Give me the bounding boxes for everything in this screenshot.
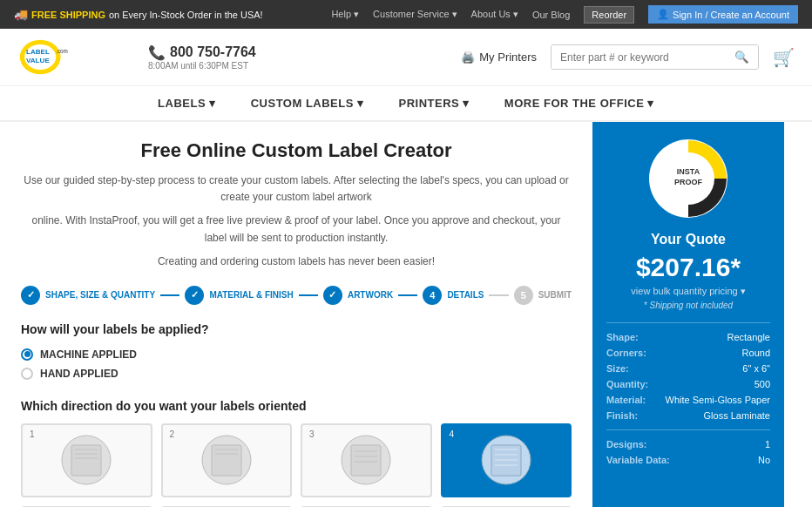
- hand-applied-radio[interactable]: [21, 368, 33, 380]
- variable-data-label: Variable Data:: [606, 455, 670, 465]
- material-label: Material:: [606, 395, 646, 405]
- orientation-item-1[interactable]: 1: [21, 423, 152, 497]
- finish-value: Gloss Laminate: [704, 410, 770, 421]
- phone-area: 📞 800 750-7764 8:00AM until 6:30PM EST: [148, 44, 256, 71]
- size-label: Size:: [606, 363, 629, 374]
- orientation-section: Which direction do you want your labels …: [21, 399, 572, 507]
- svg-text:VALUE: VALUE: [26, 57, 50, 64]
- signin-button[interactable]: 👤 Sign In / Create an Account: [648, 5, 798, 24]
- instaproof-svg: INSTA PROOF: [649, 139, 727, 218]
- roll-svg-4: [476, 432, 537, 489]
- phone-number[interactable]: 📞 800 750-7764: [148, 44, 256, 61]
- step-3-circle: ✓: [323, 286, 342, 305]
- quote-variable-data: Variable Data: No: [606, 455, 770, 465]
- roll-svg-1: [56, 432, 117, 489]
- nav-custom-labels[interactable]: CUSTOM LABELS ▾: [251, 97, 364, 110]
- top-bar-right: Help ▾ Customer Service ▾ About Us ▾ Our…: [331, 5, 798, 24]
- step-4-label: DETAILS: [447, 290, 484, 300]
- step-1[interactable]: ✓ SHAPE, SIZE & QUANTITY: [21, 286, 155, 305]
- steps-bar: ✓ SHAPE, SIZE & QUANTITY ✓ MATERIAL & FI…: [21, 286, 572, 305]
- about-us-link[interactable]: About Us ▾: [471, 9, 518, 20]
- orientation-num-3: 3: [309, 429, 315, 439]
- quote-quantity: Quantity: 500: [606, 379, 770, 389]
- step-2-label: MATERIAL & FINISH: [209, 290, 293, 300]
- shape-value: Rectangle: [727, 332, 770, 342]
- cart-icon[interactable]: 🛒: [773, 47, 795, 68]
- user-icon: 👤: [657, 9, 669, 20]
- quote-sidebar: INSTA PROOF Your Quote $207.16* view bul…: [592, 122, 784, 507]
- step-5-label: SUBMIT: [538, 290, 572, 300]
- my-printers-link[interactable]: 🖨️ My Printers: [461, 51, 537, 64]
- search-button[interactable]: 🔍: [726, 45, 758, 69]
- quote-divider-1: [606, 322, 770, 323]
- shipping-note: * Shipping not included: [606, 301, 770, 310]
- hand-applied-option[interactable]: HAND APPLIED: [21, 368, 572, 380]
- orientation-num-1: 1: [30, 429, 35, 439]
- quote-title: Your Quote: [606, 232, 770, 247]
- phone-hours: 8:00AM until 6:30PM EST: [148, 61, 256, 71]
- blog-link[interactable]: Our Blog: [532, 10, 570, 20]
- orientation-item-2[interactable]: 2: [161, 423, 293, 497]
- logo-area[interactable]: LABEL VALUE .com: [17, 37, 113, 77]
- help-link[interactable]: Help ▾: [331, 9, 359, 20]
- variable-data-value: No: [758, 455, 770, 465]
- free-shipping-label: FREE SHIPPING: [31, 10, 105, 20]
- shipping-notice: 🚚 FREE SHIPPING on Every In-Stock Order …: [14, 8, 263, 21]
- machine-applied-radio[interactable]: [21, 348, 33, 361]
- shipping-suffix: on Every In-Stock Order in the USA!: [109, 10, 263, 20]
- nav-more-office[interactable]: MORE FOR THE OFFICE ▾: [504, 97, 654, 110]
- finish-label: Finish:: [606, 410, 638, 421]
- application-options: MACHINE APPLIED HAND APPLIED: [21, 348, 572, 380]
- reorder-button[interactable]: Reorder: [584, 6, 634, 24]
- orientation-item-4[interactable]: 4: [441, 423, 572, 497]
- my-printers-label: My Printers: [479, 51, 537, 64]
- hero-desc1: Use our guided step-by-step process to c…: [21, 172, 572, 206]
- roll-svg-3: [335, 432, 396, 489]
- step-1-label: SHAPE, SIZE & QUANTITY: [45, 290, 155, 300]
- page-title: Free Online Custom Label Creator: [21, 139, 572, 162]
- quote-finish: Finish: Gloss Laminate: [606, 410, 770, 421]
- header-right: 🖨️ My Printers 🔍 🛒: [461, 44, 795, 70]
- machine-applied-option[interactable]: MACHINE APPLIED: [21, 348, 572, 361]
- divider-1: [160, 294, 179, 296]
- quote-shape: Shape: Rectangle: [606, 332, 770, 342]
- quote-size: Size: 6" x 6": [606, 363, 770, 374]
- nav-labels[interactable]: LABELS ▾: [158, 97, 216, 110]
- step-2[interactable]: ✓ MATERIAL & FINISH: [185, 286, 293, 305]
- hero-desc3: Creating and ordering custom labels has …: [21, 254, 572, 270]
- divider-3: [398, 294, 417, 296]
- search-box[interactable]: 🔍: [551, 44, 759, 70]
- corners-label: Corners:: [606, 348, 646, 358]
- roll-svg-2: [196, 432, 257, 489]
- quote-divider-2: [606, 429, 770, 430]
- bulk-pricing-link[interactable]: view bulk quantity pricing ▾: [606, 286, 770, 297]
- hero-desc2: online. With InstaProof, you will get a …: [21, 213, 572, 246]
- quote-designs: Designs: 1: [606, 439, 770, 450]
- customer-service-link[interactable]: Customer Service ▾: [373, 9, 457, 20]
- material-value: White Semi-Gloss Paper: [666, 395, 770, 405]
- designs-label: Designs:: [606, 439, 646, 450]
- divider-2: [299, 294, 318, 296]
- search-input[interactable]: [551, 46, 726, 69]
- step-4-circle: 4: [423, 286, 442, 305]
- quote-material: Material: White Semi-Gloss Paper: [606, 395, 770, 405]
- quote-price: $207.16*: [606, 253, 770, 282]
- step-3[interactable]: ✓ ARTWORK: [323, 286, 393, 305]
- step-5[interactable]: 5 SUBMIT: [514, 286, 572, 305]
- nav-printers[interactable]: PRINTERS ▾: [399, 97, 470, 110]
- machine-applied-label: MACHINE APPLIED: [40, 348, 137, 361]
- quote-corners: Corners: Round: [606, 348, 770, 358]
- phone-icon: 📞: [148, 44, 166, 61]
- instaproof-circle: INSTA PROOF: [649, 139, 727, 218]
- quantity-value: 500: [754, 379, 770, 389]
- step-3-label: ARTWORK: [348, 290, 393, 300]
- orientation-title: Which direction do you want your labels …: [21, 399, 572, 413]
- quantity-label: Quantity:: [606, 379, 648, 389]
- logo-svg: LABEL VALUE .com: [17, 37, 113, 77]
- orientation-num-4: 4: [450, 429, 455, 439]
- svg-text:.com: .com: [56, 48, 68, 54]
- divider-4: [489, 294, 508, 296]
- step-4[interactable]: 4 DETAILS: [423, 286, 484, 305]
- orientation-item-3[interactable]: 3: [301, 423, 432, 497]
- designs-value: 1: [765, 439, 770, 450]
